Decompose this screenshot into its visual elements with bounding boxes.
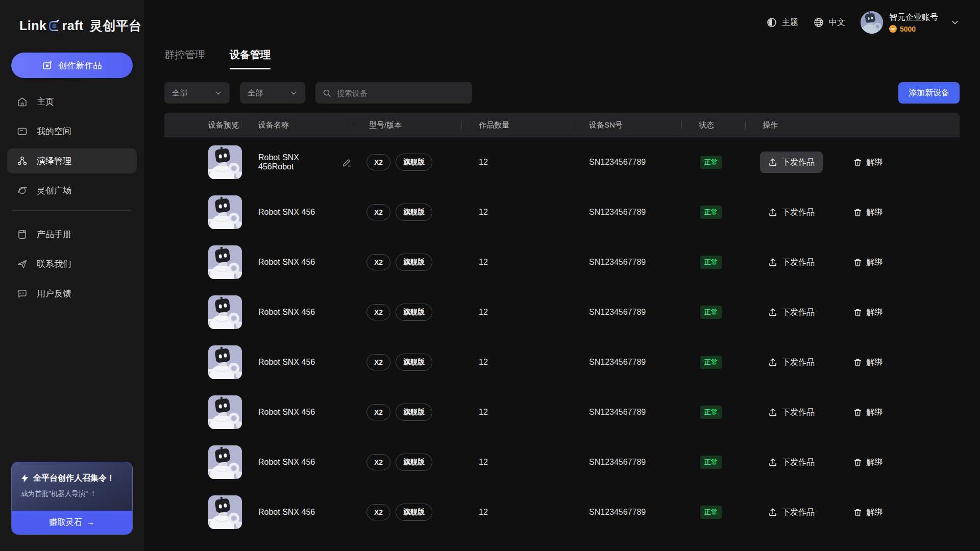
column-header: 状态: [681, 113, 745, 137]
device-thumbnail[interactable]: [208, 445, 242, 479]
edit-name-icon[interactable]: [342, 158, 352, 167]
unbind-button[interactable]: 解绑: [853, 207, 883, 218]
create-new-work-button[interactable]: 创作新作品: [11, 53, 133, 78]
avatar: [861, 11, 883, 34]
unbind-label: 解绑: [866, 457, 883, 468]
chevron-down-icon: [290, 89, 298, 97]
planet-icon: [17, 185, 28, 196]
tab-group-control[interactable]: 群控管理: [164, 48, 205, 69]
sidebar-item-home[interactable]: 主页: [7, 89, 137, 114]
device-thumbnail[interactable]: [208, 395, 242, 429]
sidebar-item-contact-us[interactable]: 联系我们: [7, 252, 137, 277]
works-count: 12: [461, 458, 572, 467]
account-name: 智元企业账号: [889, 12, 938, 23]
upload-icon: [768, 408, 777, 417]
folder-icon: [17, 126, 28, 137]
sidebar-item-product-manual[interactable]: 产品手册: [7, 222, 137, 247]
device-thumbnail[interactable]: [208, 245, 242, 279]
deploy-work-button[interactable]: 下发作品: [760, 402, 823, 423]
device-thumbnail[interactable]: [208, 495, 242, 529]
language-switcher[interactable]: 中文: [814, 17, 845, 28]
version-badge: 旗舰版: [396, 354, 432, 371]
works-count: 12: [461, 358, 572, 367]
earn-lingstone-button[interactable]: 赚取灵石 →: [12, 511, 132, 534]
sidebar-item-label: 我的空间: [37, 126, 71, 137]
unbind-button[interactable]: 解绑: [853, 357, 883, 368]
bolt-icon: [21, 474, 29, 483]
table-row: Robot SNX 456 X2 旗舰版 12 SN1234567789 正常 …: [164, 287, 960, 337]
brand-prefix: Link: [19, 18, 46, 33]
version-badge: 旗舰版: [396, 504, 432, 521]
upload-icon: [768, 158, 777, 167]
filter-dropdown-1[interactable]: 全部: [164, 82, 230, 104]
deploy-work-label: 下发作品: [782, 207, 815, 218]
app-root: Link raft 灵创平台 创作新作品: [0, 0, 980, 551]
paper-plane-icon: [17, 259, 28, 270]
deploy-work-button[interactable]: 下发作品: [760, 202, 823, 223]
unbind-button[interactable]: 解绑: [853, 257, 883, 268]
model-badge: X2: [366, 504, 390, 520]
works-count: 12: [461, 158, 572, 167]
filter-dropdown-2[interactable]: 全部: [240, 82, 305, 104]
unbind-button[interactable]: 解绑: [853, 407, 883, 418]
sidebar-item-user-feedback[interactable]: 用户反馈: [7, 281, 137, 306]
column-header: 设备名称: [241, 113, 352, 137]
device-thumbnail[interactable]: [208, 295, 242, 329]
device-sn: SN1234567789: [572, 208, 681, 217]
unbind-button[interactable]: 解绑: [853, 157, 883, 168]
deploy-work-button[interactable]: 下发作品: [760, 502, 823, 523]
device-thumbnail[interactable]: [208, 145, 242, 179]
sidebar-item-lingchuang-plaza[interactable]: 灵创广场: [7, 178, 137, 203]
account-menu[interactable]: 智元企业账号 5000: [861, 11, 960, 34]
works-count: 12: [461, 208, 572, 217]
device-sn: SN1234567789: [572, 158, 681, 167]
topbar: 主题 中文: [164, 0, 960, 45]
status-badge: 正常: [700, 506, 722, 519]
upload-icon: [768, 208, 777, 217]
column-header: 操作: [745, 113, 960, 137]
brand-logo: Link raft 灵创平台: [0, 0, 144, 34]
unbind-label: 解绑: [866, 157, 883, 168]
brand-platform: 灵创平台: [90, 17, 142, 34]
version-badge: 旗舰版: [396, 404, 432, 421]
version-badge: 旗舰版: [396, 254, 432, 271]
device-thumbnail[interactable]: [208, 195, 242, 229]
deploy-work-label: 下发作品: [782, 307, 815, 318]
add-device-button[interactable]: 添加新设备: [898, 82, 960, 104]
deploy-work-button[interactable]: 下发作品: [760, 252, 823, 273]
unbind-button[interactable]: 解绑: [853, 457, 883, 468]
deploy-work-label: 下发作品: [782, 407, 815, 418]
sidebar-item-label: 联系我们: [37, 258, 71, 270]
model-badge: X2: [366, 404, 390, 420]
device-thumbnail[interactable]: [208, 345, 242, 379]
status-badge: 正常: [700, 406, 722, 419]
deploy-work-button[interactable]: 下发作品: [760, 152, 823, 173]
deploy-work-button[interactable]: 下发作品: [760, 302, 823, 323]
arrow-right-icon: →: [87, 518, 95, 527]
upload-icon: [768, 358, 777, 367]
version-badge: 旗舰版: [396, 304, 432, 321]
deploy-work-button[interactable]: 下发作品: [760, 452, 823, 473]
status-badge: 正常: [700, 206, 722, 219]
theme-toggle[interactable]: 主题: [767, 17, 798, 28]
search-input[interactable]: [337, 89, 465, 97]
upload-icon: [768, 258, 777, 267]
nodes-icon: [17, 156, 28, 167]
filter-row: 全部 全部 添加新设备: [164, 82, 960, 104]
search-box: [315, 82, 472, 104]
tab-device-management[interactable]: 设备管理: [230, 48, 271, 69]
sidebar-item-label: 产品手册: [37, 229, 71, 240]
sidebar-item-my-space[interactable]: 我的空间: [7, 119, 137, 144]
deploy-work-button[interactable]: 下发作品: [760, 352, 823, 373]
deploy-work-label: 下发作品: [782, 157, 815, 168]
model-badge: X2: [366, 304, 390, 320]
earn-lingstone-label: 赚取灵石: [50, 517, 82, 528]
table-row: Robot SNX 456 X2 旗舰版 12 SN1234567789 正常 …: [164, 437, 960, 487]
unbind-label: 解绑: [866, 257, 883, 268]
unbind-button[interactable]: 解绑: [853, 307, 883, 318]
column-header: 型号/版本: [352, 113, 461, 137]
trash-icon: [853, 358, 862, 367]
device-name: Robot SNX 456: [258, 358, 315, 367]
unbind-button[interactable]: 解绑: [853, 507, 883, 518]
sidebar-item-performance-management[interactable]: 演绎管理: [7, 148, 137, 173]
